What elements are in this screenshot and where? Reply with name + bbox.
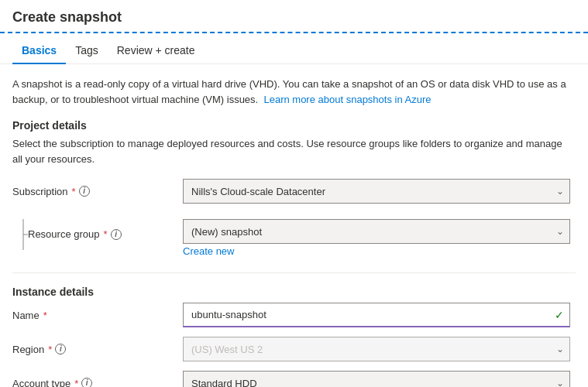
region-label: Region * i (12, 344, 183, 355)
name-row: Name * ✓ (12, 303, 576, 327)
account-type-select[interactable]: Standard HDD Standard SSD Premium SSD (183, 371, 570, 387)
subscription-row: Subscription * i Nills's Cloud-scale Dat… (12, 179, 576, 204)
section-divider (12, 272, 576, 273)
resource-group-select-wrapper: (New) snapshot ⌄ (183, 219, 570, 244)
bracket-icon (12, 217, 28, 252)
tab-review-create[interactable]: Review + create (108, 36, 205, 64)
name-check-icon: ✓ (555, 309, 564, 321)
tab-basics[interactable]: Basics (12, 36, 66, 64)
region-select[interactable]: (US) West US 2 (183, 337, 570, 361)
learn-more-link[interactable]: Learn more about snapshots in Azure (263, 94, 431, 105)
instance-details-section: Instance details Name * ✓ Region * i (12, 286, 576, 387)
account-type-row: Account type * i Standard HDD Standard S… (12, 371, 576, 387)
tab-tags[interactable]: Tags (66, 36, 108, 64)
account-type-select-wrapper: Standard HDD Standard SSD Premium SSD ⌄ (183, 371, 570, 387)
resource-group-label: Resource group (28, 228, 100, 240)
resource-group-info-icon[interactable]: i (111, 229, 122, 240)
region-control: (US) West US 2 ⌄ (183, 337, 570, 361)
project-details-desc: Select the subscription to manage deploy… (12, 136, 570, 166)
tabs-bar: Basics Tags Review + create (0, 36, 588, 64)
resource-group-required: * (104, 228, 108, 240)
instance-details-title: Instance details (12, 286, 576, 298)
subscription-label: Subscription * i (12, 186, 183, 197)
page-title: Create snapshot (12, 9, 576, 26)
name-required: * (43, 310, 47, 321)
account-type-control: Standard HDD Standard SSD Premium SSD ⌄ (183, 371, 570, 387)
name-input[interactable] (183, 303, 570, 327)
region-row: Region * i (US) West US 2 ⌄ (12, 337, 576, 361)
intro-description: A snapshot is a read-only copy of a virt… (12, 77, 570, 107)
region-required: * (48, 344, 52, 355)
resource-group-select[interactable]: (New) snapshot (183, 219, 570, 244)
name-control: ✓ (183, 303, 570, 327)
subscription-control: Nills's Cloud-scale Datacenter ⌄ (183, 179, 570, 204)
account-type-label: Account type * i (12, 378, 183, 388)
subscription-required: * (72, 186, 76, 197)
project-details-title: Project details (12, 119, 576, 132)
account-type-info-icon[interactable]: i (81, 378, 92, 387)
name-label: Name * (12, 310, 183, 321)
create-new-link[interactable]: Create new (183, 245, 234, 257)
project-details-section: Project details Select the subscription … (12, 119, 576, 257)
subscription-info-icon[interactable]: i (79, 186, 90, 197)
subscription-select-wrapper: Nills's Cloud-scale Datacenter ⌄ (183, 179, 570, 204)
name-input-wrapper: ✓ (183, 303, 570, 327)
account-type-required: * (74, 378, 78, 388)
subscription-select[interactable]: Nills's Cloud-scale Datacenter (183, 179, 570, 204)
region-select-wrapper: (US) West US 2 ⌄ (183, 337, 570, 361)
region-info-icon[interactable]: i (55, 344, 66, 354)
